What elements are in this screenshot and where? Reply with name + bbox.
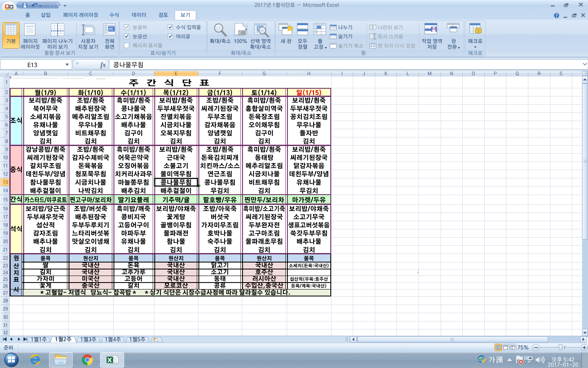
svg-text:fx: fx bbox=[100, 61, 106, 69]
